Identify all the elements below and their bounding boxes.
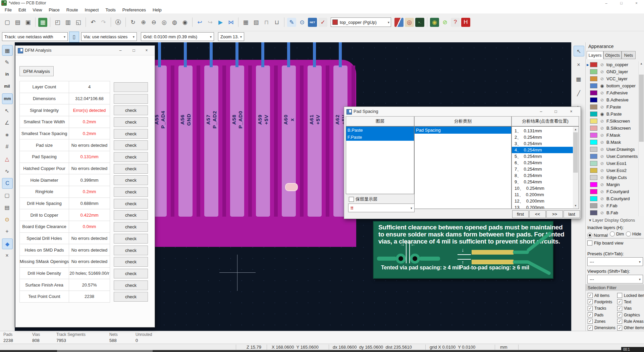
highlighted-pad[interactable] [285,183,298,191]
lock-icon[interactable]: ⊓ [262,18,271,27]
eye-off-icon[interactable]: ⊘ [599,168,605,173]
presets-select[interactable]: --- ▾ [587,257,643,266]
layer-row-B.Paste[interactable]: ◉B.Paste [586,111,638,118]
line-tool-icon[interactable]: ╱ [574,88,584,98]
tab-objects[interactable]: Objects [603,51,622,59]
group-items-icon[interactable]: ▦ [241,18,250,27]
layer-display-options-header[interactable]: ▾ Layer Display Options [589,218,635,223]
check-button-empty[interactable] [114,82,148,92]
result-list-item[interactable]: 10、 0.254mm [512,185,573,191]
result-list-item[interactable]: 7、 0.254mm [512,166,573,172]
eye-off-icon[interactable]: ⊘ [599,140,605,145]
track-display-mode-icon[interactable]: + [2,226,12,236]
zone-display-mode-icon[interactable]: ◆ [2,238,13,249]
inactive-layer-mode-icon[interactable]: × [2,251,12,261]
smd-pad-A59[interactable]: A59+5V [256,65,270,217]
result-list-item[interactable]: 5、 0.254mm [512,153,573,160]
layer-row-F.Silkscreen[interactable]: ⊘F.Silkscreen [586,118,638,125]
layer-color-swatch[interactable] [590,175,597,180]
layer-filter-select[interactable]: !! ▾ [348,204,415,212]
layer-row-User.Eco2[interactable]: ⊘User.Eco2 [586,167,638,174]
close-icon[interactable]: × [140,46,153,55]
tab-nets[interactable]: Nets [622,51,636,59]
eye-off-icon[interactable]: ⊘ [599,182,605,187]
eye-icon[interactable]: ◉ [599,83,605,88]
browse-footprints-icon[interactable]: ⊙ [298,18,307,27]
drc-check-icon[interactable]: ✓ [318,18,327,27]
layer-color-swatch[interactable] [590,76,597,81]
redo-icon[interactable]: ↷ [99,18,108,27]
layer-color-swatch[interactable] [590,147,597,152]
category-list-item[interactable]: Pad Spacing [415,127,511,134]
layer-row-Margin[interactable]: ⊘Margin [586,181,638,188]
grid-select[interactable]: Grid: 0.0100 mm (0.39 mils) ▾ [141,32,214,41]
search-icon[interactable]: Ⓐ [114,18,123,27]
grid-settings-icon[interactable]: ▦ [2,45,13,56]
edit-footprint-icon[interactable]: ✎ [287,18,296,27]
layer-color-swatch[interactable] [590,161,597,166]
viewports-select[interactable]: --- ▾ [587,275,643,283]
layer-color-swatch[interactable] [590,69,597,74]
minimize-icon[interactable]: – [114,46,127,55]
cursor-shape-icon[interactable]: ↖ [2,105,12,116]
menu-help[interactable]: Help [149,7,165,13]
check-button[interactable]: check [114,292,148,302]
save-icon[interactable]: ▣ [23,18,33,27]
footprint-tool-icon[interactable]: ▦ [574,74,584,84]
menu-route[interactable]: Route [63,7,82,13]
layer-row-Edge.Cuts[interactable]: ⊘Edge.Cuts [586,174,638,181]
radio-hide[interactable]: Hide [626,231,641,236]
check-button[interactable]: check [114,199,148,209]
check-button-empty[interactable] [114,94,148,104]
smd-pad-A57[interactable]: A57P_AD2 [204,65,218,217]
result-list-item[interactable]: 4、 0.254mm [512,147,573,153]
open-file-icon[interactable]: ▤ [13,18,22,27]
layer-list-item[interactable]: B.Paste [346,127,414,134]
ratsnest-visibility-icon[interactable]: ∗ [2,130,12,140]
filter-all-items[interactable]: ✓All items [588,292,617,299]
check-button[interactable]: check [114,257,148,267]
annular-ring-plugin-icon[interactable]: ⊘ [440,18,449,27]
window-minimize-icon[interactable]: – [599,0,614,6]
highlight-net-icon[interactable]: ◎ [405,18,414,27]
result-list-item[interactable]: 3、 0.254mm [512,140,573,147]
eye-off-icon[interactable]: ⊘ [599,147,605,152]
layer-color-swatch[interactable] [590,104,597,109]
track-width-select[interactable]: Track: use netclass width ▾ [2,32,68,41]
layer-color-swatch[interactable] [590,119,597,124]
result-list-item[interactable]: 9、 0.254mm [512,179,573,185]
ratsnest-lines-icon[interactable]: △ [2,154,12,164]
maximize-icon[interactable]: □ [127,46,141,55]
result-list-item[interactable]: 12、 0.200mm [512,198,573,204]
eye-off-icon[interactable]: ⊘ [599,203,605,208]
zoom-select[interactable]: Zoom 13.00 ▾ [218,32,244,41]
layer-color-swatch[interactable] [590,112,597,117]
maximize-icon[interactable]: □ [549,107,562,116]
layer-row-B.Mask[interactable]: ⊘B.Mask [586,139,638,146]
layer-row-bottom_copper[interactable]: ◉bottom_copper [586,82,638,89]
page-settings-icon[interactable]: ◰ [53,18,62,27]
eye-off-icon[interactable]: ⊘ [599,154,605,159]
result-scrollbar[interactable]: ▲ ▼ [573,127,578,208]
check-button[interactable]: check [114,280,148,290]
scrollbar-thumb[interactable] [639,75,644,142]
menu-preferences[interactable]: Preferences [119,7,149,13]
sketch-outlines-icon[interactable]: ▢ [2,190,12,200]
filter-footprints[interactable]: ✓Footprints [588,299,617,305]
radio-normal[interactable]: Normal [587,233,608,238]
layer-row-F.Courtyard[interactable]: ⊘F.Courtyard [586,188,638,195]
filter-text[interactable]: ✓Text [617,299,644,305]
layer-list-item[interactable]: F.Paste [346,134,414,141]
check-button[interactable]: check [114,140,148,150]
menu-edit[interactable]: Edit [15,7,29,13]
menu-inspect[interactable]: Inspect [82,7,102,13]
check-button[interactable]: check [114,222,148,232]
check-button[interactable]: check [114,175,148,185]
eye-off-icon[interactable]: ⊘ [599,76,605,81]
snap-settings-icon[interactable]: # [2,142,12,152]
via-checker-plugin-icon[interactable]: ◉ [430,18,439,27]
layer-color-swatch[interactable] [590,154,597,159]
window-maximize-icon[interactable]: □ [614,0,629,6]
zoom-in-icon[interactable]: ⊕ [139,18,148,27]
net-highlight-icon[interactable]: C [2,178,13,189]
